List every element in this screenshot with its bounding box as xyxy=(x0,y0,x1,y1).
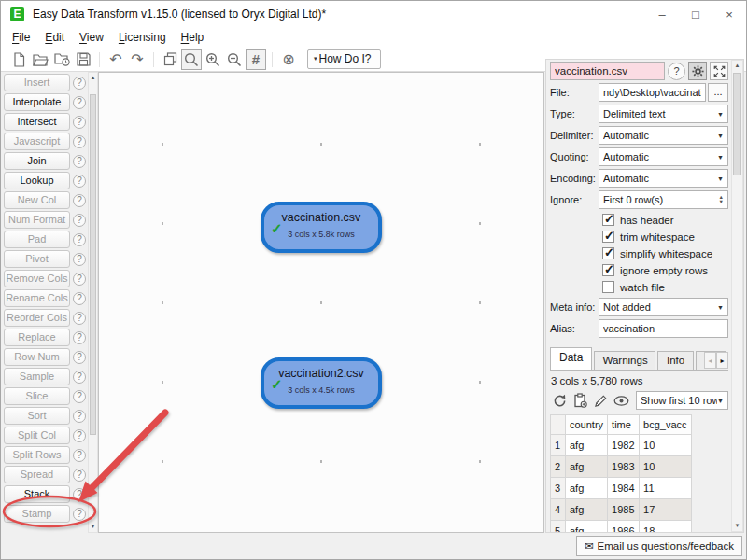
checkbox-ignore-empty-rows[interactable]: ignore empty rows xyxy=(602,262,728,278)
sidebar-item-intersect[interactable]: Intersect xyxy=(4,113,70,131)
sidebar-item-insert[interactable]: Insert xyxy=(4,74,70,91)
sidebar-item-pad[interactable]: Pad xyxy=(4,231,70,248)
sidebar-item-join[interactable]: Join xyxy=(4,152,70,170)
help-icon[interactable]: ? xyxy=(73,351,86,364)
menu-file[interactable]: File xyxy=(5,29,37,46)
open-recent-icon[interactable] xyxy=(51,49,72,70)
help-icon[interactable]: ? xyxy=(73,116,86,129)
table-row[interactable]: 2afg198310 xyxy=(551,456,692,478)
sidebar-item-replace[interactable]: Replace xyxy=(4,329,70,346)
sidebar-item-rename-cols[interactable]: Rename Cols xyxy=(4,289,70,307)
table-row[interactable]: 3afg198411 xyxy=(551,478,692,499)
sidebar-item-split-rows[interactable]: Split Rows xyxy=(4,446,70,464)
flow-canvas[interactable]: vaccination.csv 3 cols x 5.8k rows ✓ vac… xyxy=(98,72,544,533)
alias-field[interactable]: vaccination xyxy=(599,319,728,338)
node-vaccination2-csv[interactable]: vaccination2.csv 3 cols x 4.5k rows ✓ xyxy=(261,357,382,409)
help-icon[interactable]: ? xyxy=(73,77,86,90)
help-icon[interactable]: ? xyxy=(73,469,86,482)
column-header-time[interactable]: time xyxy=(608,415,640,435)
menu-edit[interactable]: Edit xyxy=(37,29,72,46)
zoom-out-icon[interactable] xyxy=(224,49,245,70)
meta-info-dropdown[interactable]: Not added▼ xyxy=(599,298,728,316)
sidebar-item-stamp[interactable]: Stamp xyxy=(4,505,70,523)
help-icon[interactable]: ? xyxy=(73,155,86,168)
checkbox-watch-file[interactable]: watch file xyxy=(602,279,728,295)
menu-licensing[interactable]: Licensing xyxy=(111,29,174,46)
help-icon[interactable]: ? xyxy=(73,135,86,148)
scroll-up-icon[interactable]: ▲ xyxy=(89,73,97,83)
copy-to-clipboard-icon[interactable] xyxy=(571,391,589,410)
help-icon[interactable]: ? xyxy=(73,508,86,521)
quoting-dropdown[interactable]: Automatic▼ xyxy=(599,147,728,166)
sidebar-item-lookup[interactable]: Lookup xyxy=(4,172,70,189)
sidebar-item-javascript[interactable]: Javascript xyxy=(4,133,70,150)
delimiter-dropdown[interactable]: Automatic▼ xyxy=(599,126,728,145)
menu-help[interactable]: Help xyxy=(174,29,212,46)
open-file-icon[interactable] xyxy=(30,49,50,70)
checkbox-simplify-whitespace[interactable]: simplify whitespace xyxy=(602,245,728,261)
help-icon[interactable]: ? xyxy=(73,312,86,325)
checkbox-icon[interactable] xyxy=(602,214,614,226)
help-icon[interactable]: ? xyxy=(73,214,86,227)
maximize-button[interactable]: □ xyxy=(679,1,712,27)
sidebar-scrollbar[interactable]: ▲ ▼ xyxy=(88,72,98,533)
eye-icon[interactable] xyxy=(612,391,630,410)
close-button[interactable]: × xyxy=(712,1,746,27)
sidebar-item-pivot[interactable]: Pivot xyxy=(4,250,70,268)
checkbox-icon[interactable] xyxy=(602,281,614,293)
help-icon[interactable]: ? xyxy=(73,410,86,423)
remove-item-icon[interactable]: ⊗ xyxy=(278,49,299,70)
minimize-button[interactable]: – xyxy=(645,1,679,27)
column-header-bcg-vacc[interactable]: bcg_vacc xyxy=(640,415,691,435)
sidebar-item-num-format[interactable]: Num Format xyxy=(4,211,70,229)
scroll-down-icon[interactable]: ▼ xyxy=(89,522,97,532)
gear-icon[interactable] xyxy=(688,62,707,80)
sidebar-item-sort[interactable]: Sort xyxy=(4,407,70,425)
help-icon[interactable]: ? xyxy=(73,449,86,462)
scroll-down-icon[interactable]: ▼ xyxy=(732,521,742,531)
encoding-dropdown[interactable]: Automatic▼ xyxy=(599,169,728,188)
scrollbar-thumb[interactable] xyxy=(90,94,96,435)
how-do-i-button[interactable]: ▾ How Do I? xyxy=(307,49,381,69)
toggle-grid-icon[interactable]: # xyxy=(246,49,266,70)
redo-icon[interactable]: ↷ xyxy=(127,49,148,70)
copy-icon[interactable] xyxy=(160,49,180,70)
help-icon[interactable]: ? xyxy=(73,175,86,188)
node-vaccination-csv[interactable]: vaccination.csv 3 cols x 5.8k rows ✓ xyxy=(261,202,382,253)
checkbox-icon[interactable] xyxy=(602,247,614,259)
checkbox-icon[interactable] xyxy=(602,231,614,243)
help-icon[interactable]: ? xyxy=(73,233,86,246)
inspector-scrollbar[interactable]: ▲ ▼ xyxy=(731,60,743,532)
column-header-country[interactable]: country xyxy=(566,415,608,435)
help-icon[interactable]: ? xyxy=(73,331,86,344)
sidebar-item-reorder-cols[interactable]: Reorder Cols xyxy=(4,309,70,327)
save-icon[interactable] xyxy=(73,49,93,70)
tab-data[interactable]: Data xyxy=(550,347,592,370)
zoom-icon[interactable] xyxy=(181,49,202,70)
help-icon[interactable]: ? xyxy=(73,429,86,442)
sidebar-item-spread[interactable]: Spread xyxy=(4,466,70,483)
help-icon[interactable]: ? xyxy=(73,194,86,207)
scrollbar-thumb[interactable] xyxy=(733,73,741,175)
edit-pencil-icon[interactable] xyxy=(591,391,610,410)
node-name-field[interactable]: vaccination.csv xyxy=(550,62,665,80)
file-path-field[interactable]: ndy\Desktop\vaccination.csv xyxy=(599,83,706,102)
checkbox-has-header[interactable]: has header xyxy=(602,212,728,228)
sidebar-item-row-num[interactable]: Row Num xyxy=(4,348,70,366)
tab-info[interactable]: Info xyxy=(657,351,694,370)
help-icon[interactable]: ? xyxy=(73,96,86,109)
help-icon[interactable]: ? xyxy=(73,273,86,286)
tab-scroll-right-icon[interactable]: ▸ xyxy=(716,352,728,369)
help-icon[interactable]: ? xyxy=(73,253,86,266)
help-icon[interactable]: ? xyxy=(73,371,86,384)
zoom-in-icon[interactable] xyxy=(203,49,223,70)
table-row[interactable]: 1afg198210 xyxy=(551,435,692,456)
sidebar-item-sample[interactable]: Sample xyxy=(4,368,70,385)
checkbox-icon[interactable] xyxy=(602,264,614,276)
sidebar-item-split-col[interactable]: Split Col xyxy=(4,427,70,444)
checkbox-trim-whitespace[interactable]: trim whitespace xyxy=(602,229,728,245)
type-dropdown[interactable]: Delimited text▼ xyxy=(599,105,728,123)
sidebar-item-stack[interactable]: Stack xyxy=(4,485,70,503)
tab-warnings[interactable]: Warnings xyxy=(594,351,656,370)
email-feedback-button[interactable]: ✉ Email us questions/feedback xyxy=(576,536,742,556)
